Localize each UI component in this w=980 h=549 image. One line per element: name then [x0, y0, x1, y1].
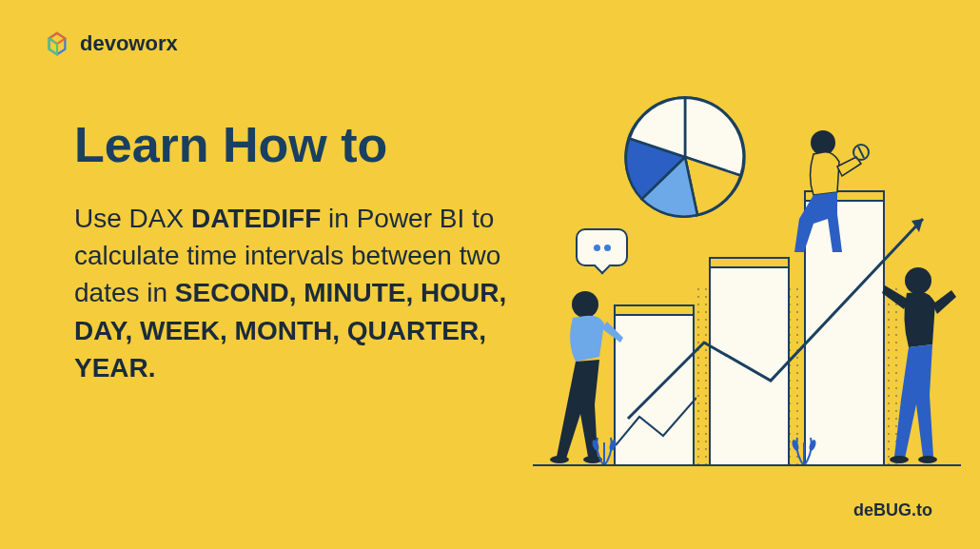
page-title: Learn How to: [74, 116, 387, 173]
speech-bubble-icon: [576, 228, 628, 266]
svg-point-14: [808, 439, 817, 451]
plant-decoration-icon: [590, 428, 618, 466]
svg-point-2: [572, 291, 598, 318]
footer-caps: BUG: [873, 500, 911, 520]
svg-point-12: [608, 439, 617, 451]
devoworx-logo-icon: [44, 30, 70, 57]
pie-chart-icon: [623, 95, 747, 219]
person-holding-arrow-icon: [880, 257, 966, 466]
ground-line: [533, 464, 961, 466]
footer-pre: de: [853, 500, 873, 520]
plant-decoration-icon: [790, 428, 818, 466]
bubble-dot: [604, 245, 611, 251]
brand-logo: devoworx: [44, 30, 178, 57]
svg-point-3: [550, 456, 569, 463]
svg-point-13: [791, 439, 800, 451]
person-sitting-icon: [780, 124, 875, 257]
body-prefix: Use DAX: [74, 204, 191, 233]
body-description: Use DAX DATEDIFF in Power BI to calculat…: [74, 200, 540, 386]
svg-point-5: [811, 130, 835, 155]
hero-illustration: [533, 95, 961, 495]
svg-point-10: [918, 456, 937, 463]
bubble-dot: [594, 245, 600, 251]
brand-name: devoworx: [80, 31, 178, 56]
svg-line-7: [858, 147, 864, 158]
svg-point-11: [591, 439, 600, 451]
footer-post: .to: [911, 500, 932, 520]
footer-brand: deBUG.to: [853, 500, 932, 520]
svg-point-8: [905, 267, 931, 294]
svg-point-9: [890, 456, 909, 463]
body-keyword-datediff: DATEDIFF: [191, 204, 321, 233]
